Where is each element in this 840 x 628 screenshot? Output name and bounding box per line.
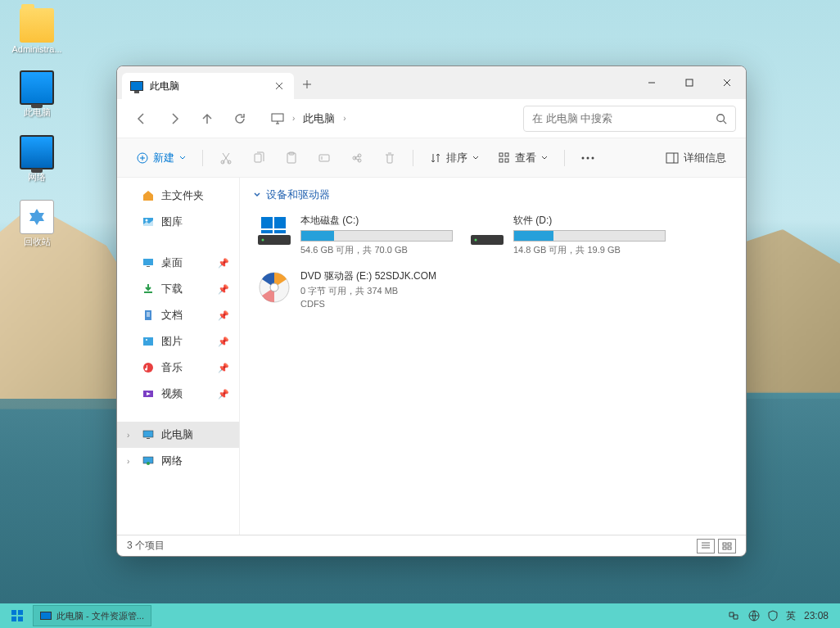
minimize-button[interactable]	[633, 66, 671, 99]
sort-button[interactable]: 排序	[423, 145, 485, 171]
security-tray-icon[interactable]	[768, 610, 778, 621]
volume-tray-icon[interactable]	[748, 610, 760, 621]
sidebar-item-videos[interactable]: 视频📌	[117, 381, 239, 407]
more-button[interactable]	[575, 145, 601, 171]
svg-point-4	[221, 160, 224, 164]
svg-rect-17	[666, 153, 678, 163]
toolbar: 新建 排序 查看 详细信息	[117, 138, 746, 178]
sidebar-item-home[interactable]: 主文件夹	[117, 183, 239, 209]
close-button[interactable]	[708, 66, 746, 99]
taskbar-item-explorer[interactable]: 此电脑 - 文件资源管...	[33, 605, 151, 626]
drive-e-dvd[interactable]: DVD 驱动器 (E:) 52SDJK.COM 0 字节 可用，共 374 MB…	[253, 266, 456, 312]
copy-button[interactable]	[246, 145, 272, 171]
breadcrumb-this-pc[interactable]: 此电脑	[303, 111, 335, 126]
recycle-bin-icon	[20, 200, 54, 234]
svg-point-24	[143, 363, 153, 373]
usage-bar	[300, 230, 453, 242]
pc-icon	[130, 81, 143, 91]
new-tab-button[interactable]	[294, 71, 320, 97]
paste-button[interactable]	[278, 145, 305, 171]
network-tray-icon[interactable]	[727, 610, 740, 621]
windows-drive-icon	[256, 214, 292, 250]
svg-rect-20	[143, 259, 153, 265]
sidebar-item-music[interactable]: 音乐📌	[117, 355, 239, 381]
svg-point-15	[587, 156, 589, 159]
up-button[interactable]	[192, 104, 222, 133]
drive-d[interactable]: 软件 (D:) 14.8 GB 可用，共 19.9 GB	[466, 210, 669, 260]
desktop-icon-this-pc[interactable]: 此电脑	[8, 70, 65, 119]
search-input[interactable]	[532, 112, 709, 124]
pictures-icon	[142, 335, 155, 348]
search-box[interactable]	[523, 106, 736, 132]
folder-icon	[20, 8, 54, 43]
svg-rect-21	[145, 310, 151, 320]
svg-rect-41	[723, 547, 726, 549]
pc-icon	[271, 113, 284, 124]
chevron-right-icon: ›	[127, 457, 135, 466]
sidebar: 主文件夹 图库 桌面📌 下载📌 文档📌 图片📌 音乐📌 视频📌 ›此电脑 ›网络	[117, 178, 240, 535]
status-bar: 3 个项目	[117, 535, 746, 556]
home-icon	[142, 189, 155, 202]
view-button[interactable]: 查看	[492, 145, 554, 171]
start-button[interactable]	[5, 605, 29, 626]
svg-rect-0	[686, 79, 693, 86]
section-header-devices[interactable]: 设备和驱动器	[253, 187, 733, 202]
svg-rect-44	[18, 610, 23, 615]
chevron-down-icon	[541, 155, 548, 161]
sidebar-item-downloads[interactable]: 下载📌	[117, 276, 239, 302]
desktop-icon-recycle-bin[interactable]: 回收站	[8, 200, 65, 248]
desktop-icon	[142, 256, 155, 269]
svg-rect-26	[143, 431, 153, 437]
drive-c[interactable]: 本地磁盘 (C:) 54.6 GB 可用，共 70.0 GB	[253, 210, 456, 260]
system-tray: 英 23:08	[727, 609, 835, 623]
share-button[interactable]	[344, 145, 370, 171]
delete-button[interactable]	[377, 145, 403, 171]
sidebar-item-network[interactable]: ›网络	[117, 448, 239, 474]
desktop-icon-network[interactable]: 网络	[8, 135, 65, 183]
pin-icon: 📌	[218, 363, 229, 373]
sidebar-item-pictures[interactable]: 图片📌	[117, 328, 239, 355]
svg-rect-33	[261, 230, 273, 233]
sidebar-item-gallery[interactable]: 图库	[117, 209, 239, 235]
clock[interactable]: 23:08	[804, 610, 829, 621]
svg-rect-10	[499, 153, 503, 156]
list-view-button[interactable]	[697, 539, 715, 553]
sidebar-item-documents[interactable]: 文档📌	[117, 302, 239, 328]
address-bar[interactable]: › 此电脑 ›	[264, 105, 513, 133]
pin-icon: 📌	[218, 284, 229, 295]
pin-icon: 📌	[218, 258, 229, 269]
documents-icon	[142, 309, 155, 322]
svg-point-23	[146, 339, 147, 341]
svg-rect-43	[11, 610, 16, 615]
address-bar-row: › 此电脑 ›	[117, 99, 746, 138]
svg-rect-6	[255, 154, 261, 162]
tab-close-button[interactable]	[273, 79, 286, 93]
svg-point-14	[582, 156, 585, 159]
rename-button[interactable]	[311, 145, 337, 171]
svg-point-2	[717, 114, 725, 121]
maximize-button[interactable]	[671, 66, 708, 99]
sidebar-item-this-pc[interactable]: ›此电脑	[117, 422, 239, 448]
grid-view-button[interactable]	[718, 539, 736, 553]
chevron-down-icon	[472, 155, 479, 161]
details-pane-button[interactable]: 详细信息	[659, 145, 733, 171]
pin-icon: 📌	[218, 337, 229, 347]
svg-point-38	[270, 283, 278, 291]
desktop-icon-administrator[interactable]: Administra...	[8, 8, 65, 54]
svg-rect-40	[728, 543, 731, 545]
cut-button[interactable]	[213, 145, 239, 171]
svg-rect-45	[11, 617, 16, 621]
chevron-down-icon	[253, 191, 261, 199]
refresh-button[interactable]	[225, 104, 255, 133]
chevron-right-icon: ›	[343, 114, 345, 123]
svg-rect-46	[18, 617, 23, 621]
sidebar-item-desktop[interactable]: 桌面📌	[117, 250, 239, 276]
svg-rect-39	[723, 543, 726, 545]
music-icon	[142, 361, 155, 374]
forward-button[interactable]	[160, 104, 189, 133]
tab-this-pc[interactable]: 此电脑	[122, 73, 294, 99]
content-pane: 设备和驱动器 本地磁盘 (C:) 54.6 GB 可用，共 70.0 GB	[240, 178, 746, 535]
back-button[interactable]	[127, 104, 156, 133]
ime-indicator[interactable]: 英	[786, 609, 796, 623]
new-button[interactable]: 新建	[130, 145, 192, 171]
